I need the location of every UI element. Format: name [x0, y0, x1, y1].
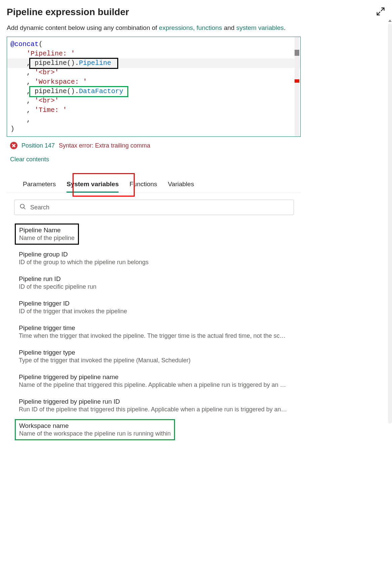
var-desc: Run ID of the pipeline that triggered th… [19, 406, 289, 413]
tab-system-variables[interactable]: System variables [67, 176, 119, 193]
var-name[interactable]: Workspace name [19, 422, 171, 430]
var-name[interactable]: Pipeline Name [19, 227, 75, 234]
var-name: Pipeline triggered by pipeline run ID [19, 398, 289, 405]
tab-parameters[interactable]: Parameters [23, 176, 56, 193]
var-desc: Name of the workspace the pipeline run i… [19, 430, 171, 437]
annotation-box-pipeline-name: Pipeline Name Name of the pipeline [15, 224, 79, 245]
link-system-variables[interactable]: system variables [236, 24, 284, 31]
expression-editor[interactable]: @concat( 'Pipeline: ' , pipeline().Pipel… [7, 37, 301, 137]
var-desc: ID of the trigger that invokes the pipel… [19, 308, 289, 315]
var-item-pipeline-trigger-id[interactable]: Pipeline trigger ID ID of the trigger th… [19, 296, 289, 321]
var-desc: Type of the trigger that invoked the pip… [19, 357, 289, 364]
var-name: Pipeline trigger type [19, 349, 289, 356]
editor-error-marker [295, 79, 299, 83]
var-name: Pipeline triggered by pipeline name [19, 373, 289, 381]
expand-icon[interactable] [376, 7, 385, 16]
search-container[interactable] [14, 200, 294, 215]
tab-functions[interactable]: Functions [129, 176, 157, 193]
search-icon [19, 203, 26, 211]
var-item-pipeline-trigger-time[interactable]: Pipeline trigger time Time when the trig… [19, 321, 289, 346]
description-text: Add dynamic content below using any comb… [7, 24, 301, 32]
var-name: Pipeline trigger time [19, 324, 289, 332]
tabs-container: Parameters System variables Functions Va… [7, 176, 301, 193]
var-desc: Time when the trigger that invoked the p… [19, 332, 289, 339]
search-input[interactable] [30, 204, 289, 211]
error-position: Position 147 [21, 142, 55, 149]
error-message-row: Position 147 Syntax error: Extra trailin… [10, 142, 301, 149]
tab-variables[interactable]: Variables [168, 176, 194, 193]
var-item-pipeline-trigger-type[interactable]: Pipeline trigger type Type of the trigge… [19, 346, 289, 370]
var-desc: Name of the pipeline [19, 235, 75, 242]
page-scrollbar[interactable] [388, 24, 392, 423]
error-icon [10, 142, 17, 149]
link-functions[interactable]: functions [195, 24, 222, 31]
svg-point-0 [20, 204, 25, 208]
var-name: Pipeline group ID [19, 251, 289, 258]
var-desc: ID of the specific pipeline run [19, 283, 289, 290]
scroll-arrow-up [388, 19, 392, 22]
var-item-triggered-by-name[interactable]: Pipeline triggered by pipeline name Name… [19, 370, 289, 395]
error-text: Syntax error: Extra trailing comma [59, 142, 150, 149]
svg-line-1 [24, 208, 26, 209]
link-expressions[interactable]: expressions, [159, 24, 195, 31]
var-item-triggered-by-run-id[interactable]: Pipeline triggered by pipeline run ID Ru… [19, 395, 289, 419]
annotation-box-workspace-name: Workspace name Name of the workspace the… [15, 419, 175, 440]
var-desc: Name of the pipeline that triggered this… [19, 381, 289, 389]
var-item-pipeline-group-id[interactable]: Pipeline group ID ID of the group to whi… [19, 247, 289, 272]
clear-contents-link[interactable]: Clear contents [10, 156, 301, 163]
page-title: Pipeline expression builder [7, 7, 129, 17]
var-desc: ID of the group to which the pipeline ru… [19, 259, 289, 266]
var-item-pipeline-run-id[interactable]: Pipeline run ID ID of the specific pipel… [19, 272, 289, 296]
var-name: Pipeline run ID [19, 275, 289, 283]
var-name: Pipeline trigger ID [19, 300, 289, 307]
editor-scroll-thumb[interactable] [295, 50, 299, 56]
system-variables-list: Pipeline Name Name of the pipeline Pipel… [7, 224, 301, 440]
